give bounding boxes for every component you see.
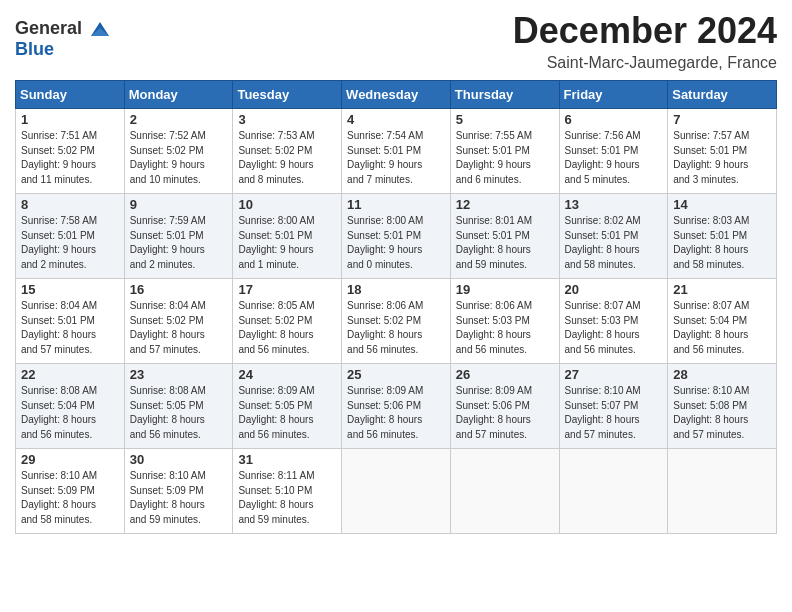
- day-content: Sunrise: 7:53 AMSunset: 5:02 PMDaylight:…: [238, 129, 336, 187]
- day-number: 25: [347, 367, 445, 382]
- day-info-line: Sunrise: 7:54 AM: [347, 129, 445, 144]
- day-number: 8: [21, 197, 119, 212]
- day-info-line: Sunrise: 8:06 AM: [456, 299, 554, 314]
- calendar-week-3: 15Sunrise: 8:04 AMSunset: 5:01 PMDayligh…: [16, 279, 777, 364]
- day-number: 24: [238, 367, 336, 382]
- calendar-cell: 11Sunrise: 8:00 AMSunset: 5:01 PMDayligh…: [342, 194, 451, 279]
- calendar-cell: 24Sunrise: 8:09 AMSunset: 5:05 PMDayligh…: [233, 364, 342, 449]
- calendar-cell: 19Sunrise: 8:06 AMSunset: 5:03 PMDayligh…: [450, 279, 559, 364]
- logo-blue: Blue: [15, 40, 111, 60]
- day-number: 18: [347, 282, 445, 297]
- calendar-cell: 30Sunrise: 8:10 AMSunset: 5:09 PMDayligh…: [124, 449, 233, 534]
- calendar-cell: 16Sunrise: 8:04 AMSunset: 5:02 PMDayligh…: [124, 279, 233, 364]
- calendar-cell: 22Sunrise: 8:08 AMSunset: 5:04 PMDayligh…: [16, 364, 125, 449]
- subtitle: Saint-Marc-Jaumegarde, France: [513, 54, 777, 72]
- day-info-line: Sunset: 5:02 PM: [130, 314, 228, 329]
- day-info-line: and 56 minutes.: [238, 428, 336, 443]
- page: General Blue December 2024 Saint-Marc-Ja…: [0, 0, 792, 549]
- day-info-line: Sunset: 5:01 PM: [456, 144, 554, 159]
- calendar-week-2: 8Sunrise: 7:58 AMSunset: 5:01 PMDaylight…: [16, 194, 777, 279]
- day-info-line: Daylight: 8 hours: [673, 328, 771, 343]
- day-info-line: and 56 minutes.: [238, 343, 336, 358]
- day-content: Sunrise: 7:51 AMSunset: 5:02 PMDaylight:…: [21, 129, 119, 187]
- day-info-line: and 57 minutes.: [130, 343, 228, 358]
- calendar-cell: 12Sunrise: 8:01 AMSunset: 5:01 PMDayligh…: [450, 194, 559, 279]
- day-info-line: Sunrise: 7:59 AM: [130, 214, 228, 229]
- day-info-line: Daylight: 9 hours: [21, 158, 119, 173]
- day-content: Sunrise: 7:52 AMSunset: 5:02 PMDaylight:…: [130, 129, 228, 187]
- day-info-line: Sunrise: 8:06 AM: [347, 299, 445, 314]
- calendar-cell: 18Sunrise: 8:06 AMSunset: 5:02 PMDayligh…: [342, 279, 451, 364]
- calendar-cell: 7Sunrise: 7:57 AMSunset: 5:01 PMDaylight…: [668, 109, 777, 194]
- calendar-cell: 21Sunrise: 8:07 AMSunset: 5:04 PMDayligh…: [668, 279, 777, 364]
- day-number: 28: [673, 367, 771, 382]
- day-info-line: and 1 minute.: [238, 258, 336, 273]
- logo-icon: [89, 18, 111, 40]
- day-info-line: Daylight: 8 hours: [238, 328, 336, 343]
- day-info-line: Sunset: 5:01 PM: [565, 229, 663, 244]
- day-info-line: Daylight: 8 hours: [130, 498, 228, 513]
- day-content: Sunrise: 8:08 AMSunset: 5:04 PMDaylight:…: [21, 384, 119, 442]
- day-info-line: Sunset: 5:02 PM: [130, 144, 228, 159]
- day-info-line: Sunrise: 8:08 AM: [21, 384, 119, 399]
- day-number: 7: [673, 112, 771, 127]
- day-info-line: and 56 minutes.: [565, 343, 663, 358]
- day-info-line: Sunrise: 7:51 AM: [21, 129, 119, 144]
- calendar-table: SundayMondayTuesdayWednesdayThursdayFrid…: [15, 80, 777, 534]
- day-info-line: Sunset: 5:06 PM: [456, 399, 554, 414]
- calendar-cell: 6Sunrise: 7:56 AMSunset: 5:01 PMDaylight…: [559, 109, 668, 194]
- day-number: 3: [238, 112, 336, 127]
- day-content: Sunrise: 8:08 AMSunset: 5:05 PMDaylight:…: [130, 384, 228, 442]
- day-info-line: Sunset: 5:01 PM: [347, 144, 445, 159]
- calendar-cell: [559, 449, 668, 534]
- calendar-cell: [450, 449, 559, 534]
- day-info-line: Daylight: 9 hours: [347, 243, 445, 258]
- day-info-line: Sunset: 5:05 PM: [238, 399, 336, 414]
- day-info-line: Sunset: 5:01 PM: [21, 314, 119, 329]
- weekday-header-tuesday: Tuesday: [233, 81, 342, 109]
- day-info-line: and 56 minutes.: [130, 428, 228, 443]
- calendar-cell: 23Sunrise: 8:08 AMSunset: 5:05 PMDayligh…: [124, 364, 233, 449]
- day-info-line: Daylight: 8 hours: [456, 243, 554, 258]
- day-content: Sunrise: 8:10 AMSunset: 5:09 PMDaylight:…: [130, 469, 228, 527]
- day-info-line: and 58 minutes.: [673, 258, 771, 273]
- day-content: Sunrise: 7:57 AMSunset: 5:01 PMDaylight:…: [673, 129, 771, 187]
- day-info-line: Sunrise: 8:03 AM: [673, 214, 771, 229]
- day-info-line: Sunrise: 8:10 AM: [21, 469, 119, 484]
- day-info-line: Daylight: 8 hours: [347, 328, 445, 343]
- day-content: Sunrise: 8:07 AMSunset: 5:03 PMDaylight:…: [565, 299, 663, 357]
- day-info-line: Daylight: 8 hours: [21, 328, 119, 343]
- day-number: 26: [456, 367, 554, 382]
- day-number: 31: [238, 452, 336, 467]
- day-content: Sunrise: 8:07 AMSunset: 5:04 PMDaylight:…: [673, 299, 771, 357]
- day-info-line: and 57 minutes.: [21, 343, 119, 358]
- day-info-line: Sunrise: 7:58 AM: [21, 214, 119, 229]
- calendar-cell: 20Sunrise: 8:07 AMSunset: 5:03 PMDayligh…: [559, 279, 668, 364]
- day-info-line: and 59 minutes.: [456, 258, 554, 273]
- day-info-line: Daylight: 8 hours: [130, 413, 228, 428]
- day-info-line: Sunrise: 8:00 AM: [347, 214, 445, 229]
- day-number: 29: [21, 452, 119, 467]
- day-number: 4: [347, 112, 445, 127]
- day-info-line: Daylight: 8 hours: [21, 498, 119, 513]
- day-info-line: Sunset: 5:01 PM: [238, 229, 336, 244]
- day-info-line: Sunset: 5:01 PM: [21, 229, 119, 244]
- day-number: 15: [21, 282, 119, 297]
- day-number: 13: [565, 197, 663, 212]
- day-info-line: and 6 minutes.: [456, 173, 554, 188]
- day-content: Sunrise: 7:54 AMSunset: 5:01 PMDaylight:…: [347, 129, 445, 187]
- calendar-cell: 2Sunrise: 7:52 AMSunset: 5:02 PMDaylight…: [124, 109, 233, 194]
- day-info-line: Daylight: 8 hours: [673, 413, 771, 428]
- day-content: Sunrise: 8:02 AMSunset: 5:01 PMDaylight:…: [565, 214, 663, 272]
- day-info-line: Daylight: 8 hours: [130, 328, 228, 343]
- day-info-line: Daylight: 8 hours: [565, 243, 663, 258]
- day-info-line: Daylight: 9 hours: [130, 243, 228, 258]
- day-info-line: Daylight: 8 hours: [238, 413, 336, 428]
- weekday-header-row: SundayMondayTuesdayWednesdayThursdayFrid…: [16, 81, 777, 109]
- day-content: Sunrise: 8:10 AMSunset: 5:07 PMDaylight:…: [565, 384, 663, 442]
- day-info-line: Sunrise: 8:11 AM: [238, 469, 336, 484]
- day-info-line: Sunrise: 8:09 AM: [456, 384, 554, 399]
- day-number: 30: [130, 452, 228, 467]
- day-content: Sunrise: 8:09 AMSunset: 5:05 PMDaylight:…: [238, 384, 336, 442]
- day-info-line: and 7 minutes.: [347, 173, 445, 188]
